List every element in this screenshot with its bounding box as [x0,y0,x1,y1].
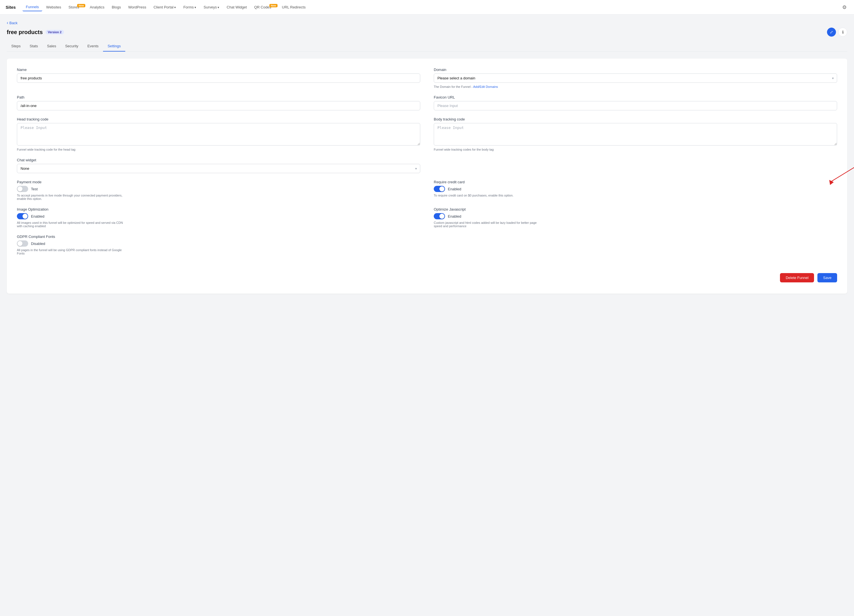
save-button[interactable]: Save [817,273,837,282]
body-tracking-hint: Funnel wide tracking codes for the body … [434,148,837,151]
head-tracking-label: Head tracking code [17,117,420,121]
settings-form: Name Domain Please select a domain The D… [17,67,837,282]
page-title: free products [7,29,43,35]
domain-hint: The Domain for the Funnel - Add/Edit Dom… [434,85,837,88]
payment-mode-hint: To accept payments in live mode through … [17,194,124,200]
page-header: free products Version 2 ⤢ ℹ [7,27,847,37]
main-container: Back free products Version 2 ⤢ ℹ Steps S… [0,15,854,299]
payment-mode-toggle-row: Test [17,186,420,192]
tab-security[interactable]: Security [61,41,83,52]
optimize-js-hint: Custom javascript and html codes added w… [434,221,541,228]
nav-item-forms[interactable]: Forms [180,3,200,11]
name-label: Name [17,67,420,72]
nav-item-stores[interactable]: Stores New [65,3,86,11]
optimize-js-toggle-label: Enabled [448,214,461,218]
payment-mode-section: Payment mode Test To accept payments in … [17,180,420,200]
chat-widget-select-wrapper: None [17,164,420,173]
body-tracking-label: Body tracking code [434,117,837,121]
nav-item-blogs[interactable]: Blogs [108,3,124,11]
share-button[interactable]: ⤢ [827,27,836,37]
settings-gear-icon[interactable]: ⚙ [840,3,848,11]
chat-widget-field: Chat widget None [17,158,420,173]
name-field: Name [17,67,420,88]
nav-item-chat-widget[interactable]: Chat Widget [223,3,250,11]
gdpr-label: GDPR Compliant Fonts [17,235,420,239]
gdpr-hint: All pages in the funnel will be using GD… [17,248,124,255]
tab-stats[interactable]: Stats [25,41,43,52]
settings-card: Name Domain Please select a domain The D… [7,59,847,294]
nav-item-funnels[interactable]: Funnels [23,3,42,11]
empty-cell-2 [434,235,837,255]
page-header-actions: ⤢ ℹ [827,27,847,37]
footer-actions: Delete Funnel Save [17,273,837,282]
optimize-js-toggle[interactable] [434,213,445,219]
name-input[interactable] [17,73,420,83]
gdpr-toggle-label: Disabled [31,242,45,246]
nav-item-websites[interactable]: Websites [43,3,64,11]
payment-mode-toggle-label: Test [31,187,38,191]
path-field: Path [17,95,420,110]
head-tracking-textarea[interactable] [17,123,420,146]
version-badge: Version 2 [46,30,64,34]
image-opt-toggle-knob [23,214,27,219]
payment-mode-toggle[interactable] [17,186,28,192]
require-credit-toggle[interactable] [434,186,445,192]
favicon-field: Favicon URL [434,95,837,110]
chat-widget-select[interactable]: None [17,164,420,173]
sub-tabs: Steps Stats Sales Security Events Settin… [7,41,847,52]
require-credit-hint: To require credit card on $0 purchases, … [434,194,541,197]
optimize-js-section: Optimize Javascript Enabled Custom javas… [434,207,837,228]
image-opt-toggle[interactable] [17,213,28,219]
domain-select[interactable]: Please select a domain [434,73,837,83]
tab-steps[interactable]: Steps [7,41,25,52]
path-input[interactable] [17,101,420,110]
gdpr-toggle-knob [17,241,23,246]
empty-cell [434,158,837,173]
favicon-label: Favicon URL [434,95,837,99]
image-opt-toggle-label: Enabled [31,214,44,218]
qr-new-badge: New [269,4,278,7]
require-credit-toggle-knob [439,186,444,191]
top-navigation: Sites Funnels Websites Stores New Analyt… [0,0,854,15]
tab-sales[interactable]: Sales [43,41,61,52]
delete-funnel-button[interactable]: Delete Funnel [780,273,814,282]
domain-select-wrapper: Please select a domain [434,73,837,83]
require-credit-toggle-row: Enabled [434,186,837,192]
image-opt-label: Image Optimization [17,207,420,212]
nav-item-url-redirects[interactable]: URL Redirects [279,3,309,11]
domain-label: Domain [434,67,837,72]
domain-field: Domain Please select a domain The Domain… [434,67,837,88]
nav-item-analytics[interactable]: Analytics [86,3,108,11]
payment-mode-label: Payment mode [17,180,420,184]
nav-right: ⚙ [840,3,848,11]
back-link[interactable]: Back [7,20,847,25]
chat-widget-label: Chat widget [17,158,420,162]
tab-settings[interactable]: Settings [103,41,125,52]
head-tracking-hint: Funnel wide tracking code for the head t… [17,148,420,151]
body-tracking-field: Body tracking code Funnel wide tracking … [434,117,837,151]
gdpr-toggle-row: Disabled [17,241,420,247]
nav-item-client-portal[interactable]: Client Portal [150,3,180,11]
nav-item-wordpress[interactable]: WordPress [125,3,149,11]
optimize-js-toggle-knob [439,214,444,219]
tab-events[interactable]: Events [83,41,103,52]
gdpr-section: GDPR Compliant Fonts Disabled All pages … [17,235,420,255]
image-opt-toggle-row: Enabled [17,213,420,219]
require-credit-section: Require credit card Enabled To require c… [434,180,837,200]
optimize-js-label: Optimize Javascript [434,207,837,212]
image-opt-hint: All images used in this funnel will be o… [17,221,124,228]
path-label: Path [17,95,420,99]
gdpr-toggle[interactable] [17,241,28,247]
info-button[interactable]: ℹ [838,27,847,37]
head-tracking-field: Head tracking code Funnel wide tracking … [17,117,420,151]
nav-item-surveys[interactable]: Surveys [200,3,223,11]
add-edit-domains-link[interactable]: Add/Edit Domains [473,85,498,88]
optimize-js-toggle-row: Enabled [434,213,837,219]
body-tracking-textarea[interactable] [434,123,837,146]
brand-logo: Sites [6,5,16,9]
nav-item-qr-codes[interactable]: QR Codes New [251,3,278,11]
favicon-input[interactable] [434,101,837,110]
require-credit-label: Require credit card [434,180,837,184]
require-credit-toggle-label: Enabled [448,187,461,191]
image-optimization-section: Image Optimization Enabled All images us… [17,207,420,228]
